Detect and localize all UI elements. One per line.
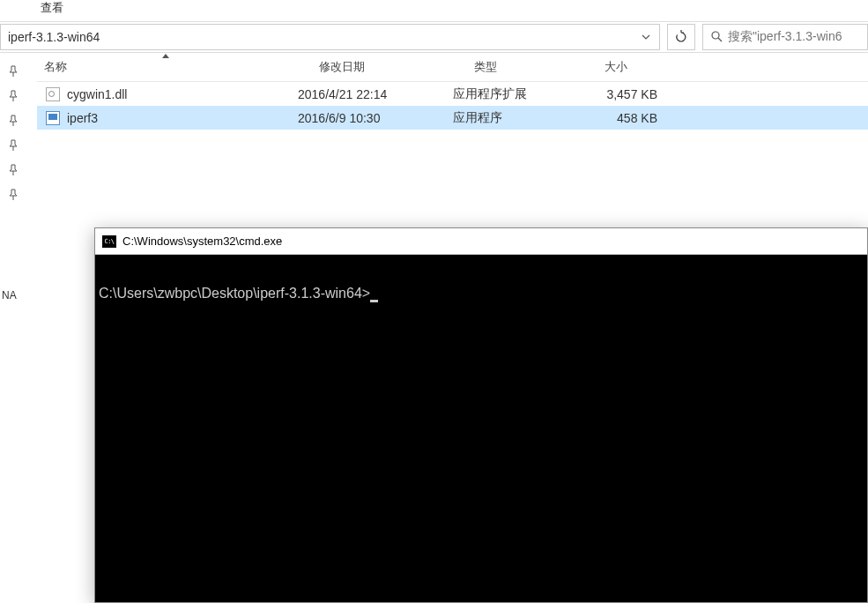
refresh-button[interactable]: [667, 24, 695, 50]
file-row[interactable]: iperf3 2016/6/9 10:30 应用程序 458 KB: [37, 106, 868, 130]
column-name[interactable]: 名称: [37, 53, 319, 81]
sidebar: NA: [0, 53, 26, 302]
cmd-prompt: C:\Users\zwbpc\Desktop\iperf-3.1.3-win64…: [99, 286, 370, 301]
cmd-icon: C:\: [102, 235, 116, 248]
column-headers: 名称 修改日期 类型 大小: [37, 53, 868, 82]
file-name: cygwin1.dll: [67, 87, 127, 101]
cmd-window[interactable]: C:\ C:\Windows\system32\cmd.exe C:\Users…: [94, 227, 868, 603]
sort-indicator-icon: [162, 52, 169, 61]
file-type: 应用程序: [453, 110, 583, 126]
search-box[interactable]: 搜索"iperf-3.1.3-win6: [702, 24, 868, 50]
search-placeholder: 搜索"iperf-3.1.3-win6: [728, 29, 842, 45]
file-name: iperf3: [67, 111, 98, 125]
address-dropdown-icon[interactable]: [633, 25, 659, 49]
file-modified: 2016/4/21 22:14: [298, 87, 453, 101]
pin-icon[interactable]: [7, 164, 19, 176]
column-size[interactable]: 大小: [605, 59, 682, 75]
svg-line-1: [718, 38, 722, 41]
address-bar-row: iperf-3.1.3-win64 搜索"iperf-3.1.3-win6: [0, 21, 868, 53]
file-type: 应用程序扩展: [453, 86, 583, 102]
file-size: 458 KB: [583, 111, 661, 125]
pin-icon[interactable]: [7, 115, 19, 127]
top-menu-bar: 查看: [0, 0, 868, 21]
cursor-icon: [370, 300, 378, 302]
address-path: iperf-3.1.3-win64: [8, 30, 633, 44]
pin-icon[interactable]: [7, 189, 19, 201]
sidebar-label: NA: [0, 289, 26, 302]
column-type[interactable]: 类型: [474, 59, 605, 75]
cmd-titlebar[interactable]: C:\ C:\Windows\system32\cmd.exe: [95, 228, 867, 255]
pin-icon[interactable]: [7, 65, 19, 78]
cmd-body[interactable]: C:\Users\zwbpc\Desktop\iperf-3.1.3-win64…: [95, 279, 867, 309]
file-size: 3,457 KB: [583, 87, 661, 101]
dll-file-icon: [46, 87, 60, 101]
cmd-title: C:\Windows\system32\cmd.exe: [122, 234, 282, 248]
search-icon: [710, 30, 723, 45]
pin-icon[interactable]: [7, 139, 19, 152]
pin-icon[interactable]: [7, 90, 19, 102]
file-modified: 2016/6/9 10:30: [298, 111, 453, 125]
column-modified[interactable]: 修改日期: [319, 59, 474, 75]
menu-view[interactable]: 查看: [33, 0, 70, 16]
file-row[interactable]: cygwin1.dll 2016/4/21 22:14 应用程序扩展 3,457…: [37, 82, 868, 106]
exe-file-icon: [46, 111, 60, 125]
svg-point-0: [712, 32, 719, 39]
address-box[interactable]: iperf-3.1.3-win64: [0, 24, 660, 50]
